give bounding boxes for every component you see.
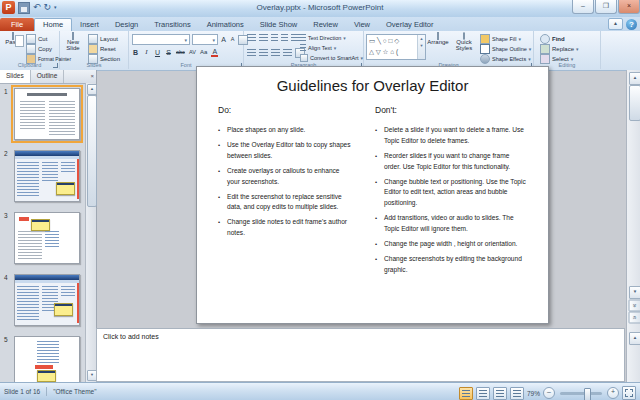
tab-view[interactable]: View bbox=[346, 18, 378, 31]
shrink-font-button[interactable]: A bbox=[229, 35, 236, 44]
zoom-out-button[interactable]: – bbox=[543, 387, 555, 399]
strikethrough-button[interactable]: S bbox=[165, 48, 172, 57]
zoom-in-button[interactable]: + bbox=[607, 387, 619, 399]
clipboard-dialog-launcher-icon[interactable] bbox=[53, 63, 58, 68]
decrease-indent-icon[interactable] bbox=[271, 34, 278, 42]
tab-outline[interactable]: Outline bbox=[31, 70, 65, 83]
justify-icon[interactable] bbox=[283, 49, 292, 57]
cut-button[interactable]: Cut bbox=[26, 34, 47, 44]
normal-view-button[interactable] bbox=[459, 387, 473, 400]
quick-styles-button[interactable]: Quick Styles bbox=[452, 33, 476, 51]
bold-button[interactable]: B bbox=[132, 48, 139, 57]
shape-fill-button[interactable]: Shape Fill▾ bbox=[480, 34, 521, 44]
pane-scroll-thumb[interactable] bbox=[87, 95, 97, 207]
slide-thumbnail-1[interactable] bbox=[14, 88, 80, 140]
tab-slides[interactable]: Slides bbox=[0, 70, 31, 83]
qat-more-icon[interactable]: ▾ bbox=[54, 2, 57, 13]
copy-button[interactable]: Copy bbox=[26, 44, 52, 54]
paste-button[interactable]: Paste bbox=[1, 33, 25, 45]
powerpoint-logo-icon[interactable]: P bbox=[2, 1, 15, 14]
slide-canvas[interactable]: Guidelines for Overlay Editor Do: Don't:… bbox=[196, 66, 549, 324]
increase-indent-icon[interactable] bbox=[281, 34, 288, 42]
dont-header[interactable]: Don't: bbox=[375, 105, 397, 115]
minimize-button[interactable]: – bbox=[572, 0, 594, 14]
slide-thumbnail-4[interactable] bbox=[14, 274, 80, 326]
slide-indicator[interactable]: Slide 1 of 16 bbox=[4, 388, 40, 395]
ribbon: Paste Cut Copy Format Painter Clipboard … bbox=[0, 31, 640, 71]
font-size-combo[interactable]: ▾ bbox=[192, 34, 218, 45]
arrange-button[interactable]: Arrange bbox=[426, 33, 450, 45]
tab-overlay-editor[interactable]: Overlay Editor bbox=[378, 18, 442, 31]
reset-button[interactable]: Reset bbox=[88, 44, 116, 54]
change-case-button[interactable]: Aa bbox=[200, 48, 207, 57]
bullets-icon[interactable] bbox=[247, 34, 256, 42]
undo-icon[interactable]: ↶ bbox=[33, 2, 41, 13]
align-left-icon[interactable] bbox=[247, 49, 256, 57]
zoom-slider-thumb[interactable] bbox=[584, 388, 591, 400]
slide-show-button[interactable] bbox=[510, 387, 524, 400]
replace-button[interactable]: Replace▾ bbox=[540, 44, 579, 54]
main-scrollbar[interactable]: ▲ ▼ « » ▲ bbox=[626, 70, 640, 382]
save-icon[interactable] bbox=[18, 2, 30, 14]
help-icon[interactable]: ? bbox=[626, 19, 637, 30]
tab-review[interactable]: Review bbox=[305, 18, 346, 31]
italic-button[interactable]: I bbox=[143, 48, 150, 57]
slide-thumbnail-2[interactable] bbox=[14, 150, 80, 202]
zoom-slider[interactable] bbox=[560, 392, 602, 395]
slide-sorter-view-button[interactable] bbox=[476, 387, 490, 400]
convert-to-smartart-button[interactable]: Convert to SmartArt▾ bbox=[300, 54, 363, 62]
font-color-button[interactable]: A bbox=[211, 48, 218, 57]
align-text-button[interactable]: Align Text▾ bbox=[300, 44, 336, 52]
tab-home[interactable]: Home bbox=[34, 18, 72, 31]
tab-insert[interactable]: Insert bbox=[72, 18, 107, 31]
align-center-icon[interactable] bbox=[259, 49, 268, 57]
slide-thumbnail-5[interactable] bbox=[14, 336, 80, 383]
scroll-up-icon[interactable]: ▲ bbox=[629, 72, 640, 85]
pane-scrollbar[interactable]: ▲ ▼ bbox=[85, 83, 96, 382]
shapes-scroll-up-icon[interactable]: ▲ bbox=[418, 35, 425, 42]
notes-panel[interactable]: Click to add notes bbox=[96, 328, 625, 382]
numbering-icon[interactable] bbox=[259, 34, 268, 42]
layout-button[interactable]: Layout bbox=[88, 34, 118, 44]
shapes-scroll-down-icon[interactable]: ▼ bbox=[418, 42, 425, 49]
pane-close-icon[interactable]: × bbox=[90, 72, 94, 80]
grow-font-button[interactable]: A bbox=[220, 35, 227, 44]
slide-title[interactable]: Guidelines for Overlay Editor bbox=[197, 77, 548, 94]
pane-scroll-up-icon[interactable]: ▲ bbox=[87, 84, 97, 95]
reading-view-button[interactable] bbox=[493, 387, 507, 400]
close-button[interactable]: × bbox=[618, 0, 640, 14]
new-slide-button[interactable]: New Slide bbox=[61, 33, 85, 51]
shadow-button[interactable]: abc bbox=[176, 48, 185, 57]
tab-file[interactable]: File bbox=[0, 18, 34, 31]
shapes-gallery-scroll[interactable]: ▲ ▼ bbox=[417, 35, 425, 59]
shapes-gallery[interactable]: ▭ ╲ ○ □ ◇ △ ▽ ☆ ⌂ ( ▲ ▼ bbox=[366, 34, 426, 60]
find-button[interactable]: Find bbox=[540, 34, 565, 44]
notes-scroll-up-icon[interactable]: ▲ bbox=[629, 332, 640, 345]
redo-icon[interactable]: ↻ bbox=[44, 2, 52, 13]
tab-animations[interactable]: Animations bbox=[199, 18, 252, 31]
next-slide-icon[interactable]: » bbox=[629, 312, 640, 324]
underline-button[interactable]: U bbox=[154, 48, 161, 57]
font-name-combo[interactable]: ▾ bbox=[132, 34, 190, 45]
tab-design[interactable]: Design bbox=[107, 18, 146, 31]
slide-thumbnail-3[interactable] bbox=[14, 212, 80, 264]
maximize-button[interactable]: ❐ bbox=[595, 0, 617, 14]
shape-outline-button[interactable]: Shape Outline▾ bbox=[480, 44, 531, 54]
character-spacing-button[interactable]: AV bbox=[189, 48, 196, 57]
previous-slide-icon[interactable]: « bbox=[629, 300, 640, 312]
collapse-ribbon-icon[interactable]: ▲ bbox=[608, 18, 623, 30]
do-list[interactable]: •Place shapes on any slide. •Use the Ove… bbox=[218, 125, 351, 243]
line-spacing-icon[interactable] bbox=[291, 34, 300, 42]
dont-list[interactable]: •Delete a slide if you want to delete a … bbox=[375, 125, 527, 280]
theme-indicator[interactable]: "Office Theme" bbox=[53, 388, 96, 395]
zoom-level[interactable]: 79% bbox=[527, 390, 540, 397]
text-direction-button[interactable]: Text Direction▾ bbox=[300, 34, 346, 42]
align-right-icon[interactable] bbox=[271, 49, 280, 57]
tab-transitions[interactable]: Transitions bbox=[146, 18, 198, 31]
fit-to-window-button[interactable] bbox=[622, 386, 636, 400]
do-header[interactable]: Do: bbox=[218, 105, 231, 115]
tab-slide-show[interactable]: Slide Show bbox=[252, 18, 306, 31]
notes-placeholder[interactable]: Click to add notes bbox=[103, 333, 159, 340]
scroll-thumb[interactable] bbox=[629, 85, 640, 121]
scroll-down-icon[interactable]: ▼ bbox=[629, 286, 640, 299]
